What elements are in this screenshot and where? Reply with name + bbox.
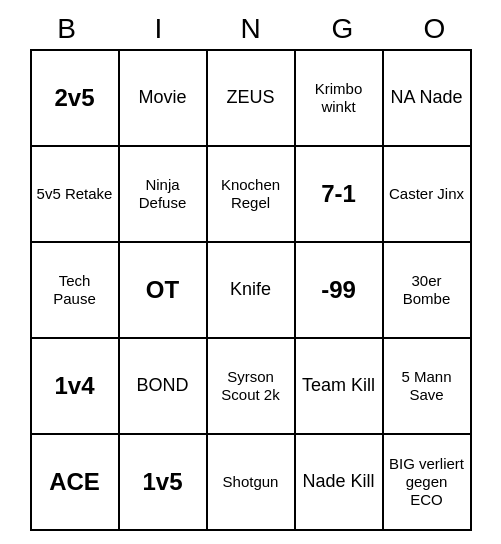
bingo-header: BINGO (21, 13, 481, 45)
bingo-cell-2: ZEUS (208, 51, 296, 147)
bingo-cell-5: 5v5 Retake (32, 147, 120, 243)
bingo-cell-1: Movie (120, 51, 208, 147)
bingo-cell-17: Syrson Scout 2k (208, 339, 296, 435)
bingo-cell-19: 5 Mann Save (384, 339, 472, 435)
bingo-cell-14: 30er Bombe (384, 243, 472, 339)
bingo-letter-B: B (23, 13, 111, 45)
bingo-cell-3: Krimbo winkt (296, 51, 384, 147)
bingo-cell-22: Shotgun (208, 435, 296, 531)
bingo-cell-10: Tech Pause (32, 243, 120, 339)
bingo-letter-G: G (299, 13, 387, 45)
bingo-cell-0: 2v5 (32, 51, 120, 147)
bingo-cell-8: 7-1 (296, 147, 384, 243)
bingo-grid: 2v5MovieZEUSKrimbo winktNA Nade5v5 Retak… (30, 49, 472, 531)
bingo-letter-O: O (391, 13, 479, 45)
bingo-cell-23: Nade Kill (296, 435, 384, 531)
bingo-letter-I: I (115, 13, 203, 45)
bingo-cell-7: Knochen Regel (208, 147, 296, 243)
bingo-cell-20: ACE (32, 435, 120, 531)
bingo-card: BINGO 2v5MovieZEUSKrimbo winktNA Nade5v5… (11, 3, 491, 541)
bingo-cell-12: Knife (208, 243, 296, 339)
bingo-cell-15: 1v4 (32, 339, 120, 435)
bingo-cell-11: OT (120, 243, 208, 339)
bingo-cell-18: Team Kill (296, 339, 384, 435)
bingo-cell-4: NA Nade (384, 51, 472, 147)
bingo-cell-24: BIG verliert gegen ECO (384, 435, 472, 531)
bingo-letter-N: N (207, 13, 295, 45)
bingo-cell-21: 1v5 (120, 435, 208, 531)
bingo-cell-13: -99 (296, 243, 384, 339)
bingo-cell-9: Caster Jinx (384, 147, 472, 243)
bingo-cell-16: BOND (120, 339, 208, 435)
bingo-cell-6: Ninja Defuse (120, 147, 208, 243)
